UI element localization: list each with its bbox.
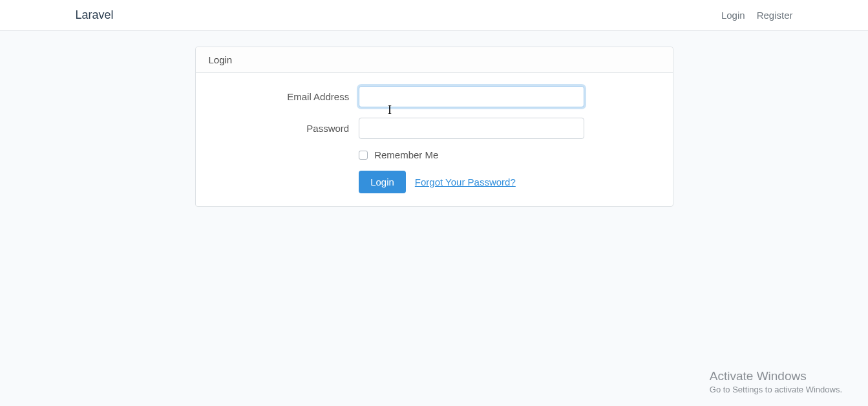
row: Login Email Address Password [76, 47, 793, 207]
email-label: Email Address [209, 91, 359, 102]
email-input-wrap [359, 86, 584, 107]
navbar-container: Laravel Login Register [66, 8, 803, 22]
remember-label[interactable]: Remember Me [374, 149, 438, 160]
remember-form-group: Remember Me [209, 149, 660, 160]
watermark-title: Activate Windows [710, 369, 842, 383]
form-actions: Login Forgot Your Password? [359, 171, 659, 193]
nav-register-link[interactable]: Register [757, 10, 793, 21]
windows-watermark: Activate Windows Go to Settings to activ… [710, 369, 842, 394]
password-form-group: Password [209, 118, 660, 139]
forgot-password-link[interactable]: Forgot Your Password? [415, 176, 516, 187]
email-input[interactable] [359, 86, 584, 107]
login-card: Login Email Address Password [195, 47, 673, 207]
login-card-column: Login Email Address Password [195, 47, 673, 207]
main-container: Login Email Address Password [66, 31, 803, 207]
navbar-nav: Login Register [721, 10, 793, 21]
remember-check: Remember Me [359, 149, 438, 160]
remember-offset: Remember Me [359, 149, 659, 160]
navbar: Laravel Login Register [0, 0, 868, 31]
card-body: Email Address Password [196, 73, 673, 206]
login-button[interactable]: Login [359, 171, 406, 193]
brand-link[interactable]: Laravel [76, 8, 114, 22]
email-form-group: Email Address [209, 86, 660, 107]
remember-checkbox[interactable] [359, 151, 368, 160]
card-header: Login [196, 47, 673, 73]
password-input-wrap [359, 118, 584, 139]
nav-login-link[interactable]: Login [721, 10, 745, 21]
watermark-sub: Go to Settings to activate Windows. [710, 385, 842, 394]
password-label: Password [209, 123, 359, 134]
password-input[interactable] [359, 118, 584, 139]
